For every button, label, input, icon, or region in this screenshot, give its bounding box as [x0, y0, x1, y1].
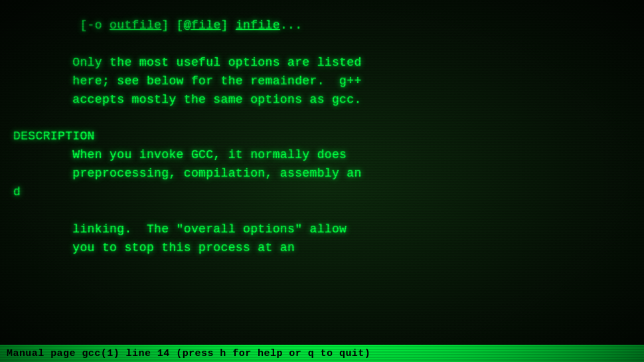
blank-line-1 — [13, 35, 631, 54]
section-description-header: DESCRIPTION — [13, 128, 631, 146]
blank-line-3 — [13, 202, 631, 221]
desc-line-1: Only the most useful options are listed — [13, 54, 631, 72]
line-synopsis: [-o outfile] [@file] infile... — [13, 17, 631, 35]
desc-line-3: accepts mostly the same options as gcc. — [13, 91, 631, 110]
status-bar: Manual page gcc(1) line 14 (press h for … — [0, 345, 644, 362]
infile-text: infile — [236, 19, 280, 32]
gcc-invoke-line-3-continuation: d — [13, 183, 631, 202]
gcc-invoke-line-1: When you invoke GCC, it normally does — [13, 146, 631, 165]
atfile-text: @file — [184, 19, 221, 32]
linking-line-1: linking. The "overall options" allow — [13, 221, 631, 239]
gcc-invoke-line-2: preprocessing, compilation, assembly an — [13, 165, 631, 183]
terminal-content: [-o outfile] [@file] infile... Only the … — [0, 7, 644, 264]
outfile-text: outfile — [110, 19, 161, 32]
terminal-window: [-o outfile] [@file] infile... Only the … — [0, 0, 644, 362]
status-text: Manual page gcc(1) line 14 (press h for … — [7, 348, 370, 359]
blank-line-2 — [13, 109, 631, 128]
desc-line-2: here; see below for the remainder. g++ — [13, 72, 631, 91]
linking-line-2: you to stop this process at an — [13, 239, 631, 258]
